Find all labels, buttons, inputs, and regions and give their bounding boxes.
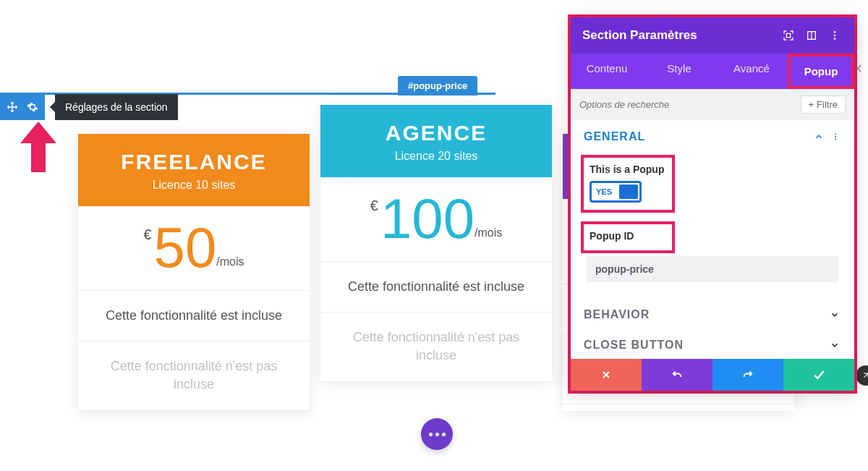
- price-amount: 100: [380, 190, 475, 247]
- resize-handle-icon[interactable]: [856, 365, 868, 386]
- field-popup-id-row: [581, 250, 844, 289]
- section-toolbar: Réglages de la section: [0, 94, 178, 120]
- filter-button[interactable]: + Filtre: [801, 96, 846, 114]
- price-period: /mois: [216, 255, 244, 268]
- chevron-down-icon: [828, 308, 841, 321]
- feature-included: Cette fonctionnalité est incluse: [320, 262, 552, 313]
- redo-button[interactable]: [712, 359, 783, 391]
- panel-footer: [571, 359, 854, 391]
- tab-content[interactable]: Contenu: [571, 54, 643, 89]
- filter-label: Filtre: [817, 99, 838, 110]
- plus-icon: +: [809, 99, 814, 110]
- section-settings-tooltip: Réglages de la section: [55, 94, 178, 120]
- svg-point-8: [835, 136, 836, 137]
- card-price: € 50 /mois: [78, 206, 310, 291]
- currency-symbol: €: [143, 226, 151, 243]
- panel-search-row: + Filtre: [571, 89, 854, 120]
- module-menu-button[interactable]: [421, 418, 453, 450]
- group-general-label: GENERAL: [584, 130, 812, 143]
- kebab-menu-icon[interactable]: [827, 27, 843, 43]
- undo-button[interactable]: [642, 359, 712, 391]
- toggle-knob: [619, 184, 638, 199]
- svg-marker-0: [20, 122, 56, 172]
- group-general[interactable]: GENERAL: [571, 120, 854, 150]
- panel-body: GENERAL This is a Popup YES Popup ID: [571, 120, 854, 359]
- settings-panel-highlight: Section Paramètres Contenu Style Avancé …: [568, 14, 857, 394]
- card-price: € 100 /mois: [320, 177, 552, 262]
- field-popup-id-highlight: Popup ID: [581, 221, 675, 253]
- feature-included: Cette fonctionnalité est incluse: [78, 291, 310, 341]
- columns-icon[interactable]: [804, 27, 820, 43]
- card-subtitle: Licence 10 sites: [85, 179, 302, 192]
- card-header: FREELANCE Licence 10 sites: [78, 134, 310, 206]
- chevron-up-icon: [812, 130, 825, 143]
- focus-icon[interactable]: [780, 27, 796, 43]
- group-close-button[interactable]: CLOSE BUTTON: [571, 328, 854, 359]
- tab-style[interactable]: Style: [643, 54, 715, 89]
- card-header: AGENCE Licence 20 sites: [320, 105, 552, 177]
- tab-advanced[interactable]: Avancé: [715, 54, 788, 89]
- card-title: AGENCE: [328, 121, 545, 145]
- price-amount: 50: [154, 219, 217, 276]
- move-icon[interactable]: [6, 101, 19, 114]
- settings-panel: Section Paramètres Contenu Style Avancé …: [571, 17, 854, 391]
- feature-excluded: Cette fonctionnalité n'est pas incluse: [78, 341, 310, 410]
- pricing-card-freelance: FREELANCE Licence 10 sites € 50 /mois Ce…: [78, 134, 310, 411]
- group-behavior-label: BEHAVIOR: [584, 308, 828, 321]
- field-popup-id-label: Popup ID: [590, 230, 666, 242]
- field-is-popup-label: This is a Popup: [590, 164, 666, 175]
- dot-icon: [435, 433, 439, 436]
- tab-popup[interactable]: Popup: [788, 54, 854, 89]
- search-input[interactable]: [579, 99, 793, 110]
- chevron-down-icon: [828, 339, 841, 352]
- panel-header: Section Paramètres: [571, 17, 854, 54]
- kebab-menu-icon[interactable]: [831, 132, 841, 141]
- cancel-button[interactable]: [571, 359, 642, 391]
- svg-point-6: [834, 38, 836, 40]
- group-behavior[interactable]: BEHAVIOR: [571, 298, 854, 328]
- tab-popup-highlight: Popup: [788, 54, 854, 89]
- section-toolbar-icons: [0, 94, 45, 120]
- pointer-arrow-annotation: [20, 122, 56, 172]
- price-period: /mois: [475, 226, 502, 239]
- panel-tabs: Contenu Style Avancé Popup: [571, 54, 854, 89]
- gear-icon[interactable]: [26, 101, 39, 114]
- save-button[interactable]: [783, 359, 854, 391]
- dot-icon: [429, 433, 433, 436]
- currency-symbol: €: [370, 198, 378, 214]
- is-popup-toggle[interactable]: YES: [590, 181, 642, 203]
- card-title: FREELANCE: [85, 150, 302, 174]
- panel-title: Section Paramètres: [582, 28, 773, 43]
- card-subtitle: Licence 20 sites: [328, 150, 545, 163]
- toggle-value: YES: [592, 187, 612, 196]
- popup-id-input[interactable]: [587, 256, 838, 282]
- field-is-popup-highlight: This is a Popup YES: [581, 155, 675, 213]
- svg-point-5: [834, 35, 836, 37]
- svg-point-4: [834, 31, 836, 33]
- svg-rect-1: [786, 33, 790, 37]
- group-close-button-label: CLOSE BUTTON: [584, 339, 828, 352]
- pricing-card-agence: AGENCE Licence 20 sites € 100 /mois Cett…: [320, 105, 552, 382]
- feature-excluded: Cette fonctionnalité n'est pas incluse: [320, 313, 552, 381]
- dot-icon: [442, 433, 446, 436]
- svg-point-7: [835, 134, 836, 135]
- svg-point-9: [835, 139, 836, 140]
